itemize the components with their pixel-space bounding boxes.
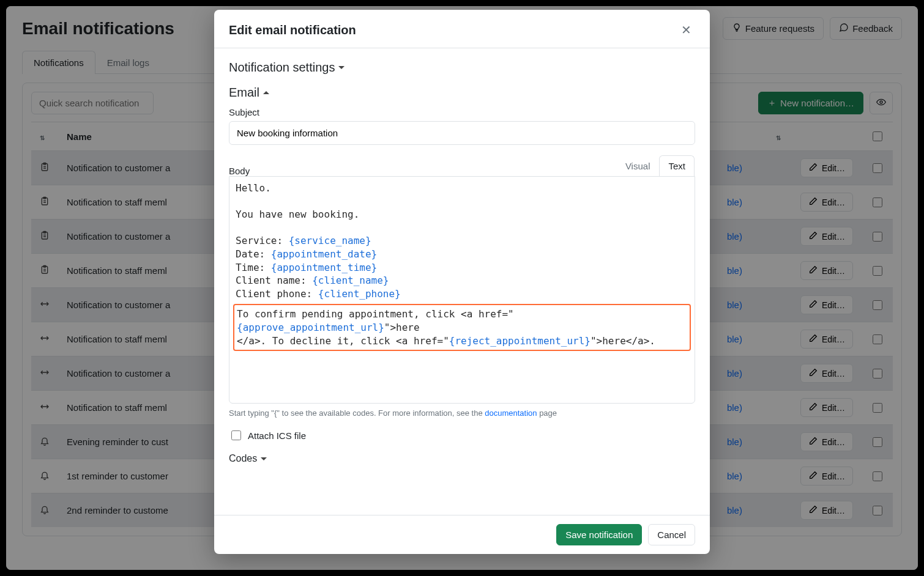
- body-label: Body: [229, 166, 250, 176]
- settings-section-label: Notification settings: [229, 61, 335, 75]
- modal-header: Edit email notification ✕: [214, 10, 710, 48]
- chevron-up-icon: [263, 91, 269, 94]
- email-section-toggle[interactable]: Email: [229, 86, 695, 100]
- codes-hint: Start typing "{" to see the available co…: [229, 408, 695, 418]
- tab-text[interactable]: Text: [659, 155, 695, 176]
- documentation-link[interactable]: documentation: [485, 408, 537, 418]
- chevron-down-icon: [261, 457, 267, 460]
- subject-label: Subject: [229, 107, 695, 117]
- tab-visual[interactable]: Visual: [616, 155, 660, 176]
- email-section-label: Email: [229, 86, 259, 100]
- save-button[interactable]: Save notification: [556, 524, 642, 545]
- body-tabs-row: Body Visual Text: [229, 155, 695, 176]
- codes-section-label: Codes: [229, 453, 257, 464]
- subject-input[interactable]: [229, 121, 695, 145]
- close-button[interactable]: ✕: [677, 22, 695, 38]
- modal-footer: Save notification Cancel: [214, 515, 710, 554]
- attach-ics-label: Attach ICS file: [248, 430, 306, 441]
- body-editor-tabs: Visual Text: [616, 155, 695, 176]
- chevron-down-icon: [338, 66, 345, 69]
- edit-notification-modal: Edit email notification ✕ Notification s…: [214, 10, 710, 554]
- cancel-button[interactable]: Cancel: [648, 524, 695, 545]
- modal-title: Edit email notification: [229, 23, 356, 37]
- highlighted-code: To confirm pending appointment, click <a…: [233, 304, 691, 351]
- settings-section-toggle[interactable]: Notification settings: [229, 61, 345, 75]
- modal-body: Notification settings Email Subject Body…: [214, 48, 710, 515]
- body-editor[interactable]: Hello. You have new booking. Service: {s…: [229, 176, 695, 404]
- attach-ics-checkbox[interactable]: [231, 430, 241, 440]
- codes-section-toggle[interactable]: Codes: [229, 453, 267, 464]
- attach-ics-row: Attach ICS file: [229, 429, 695, 442]
- app-frame: Email notifications Feature requests Fee…: [6, 6, 918, 570]
